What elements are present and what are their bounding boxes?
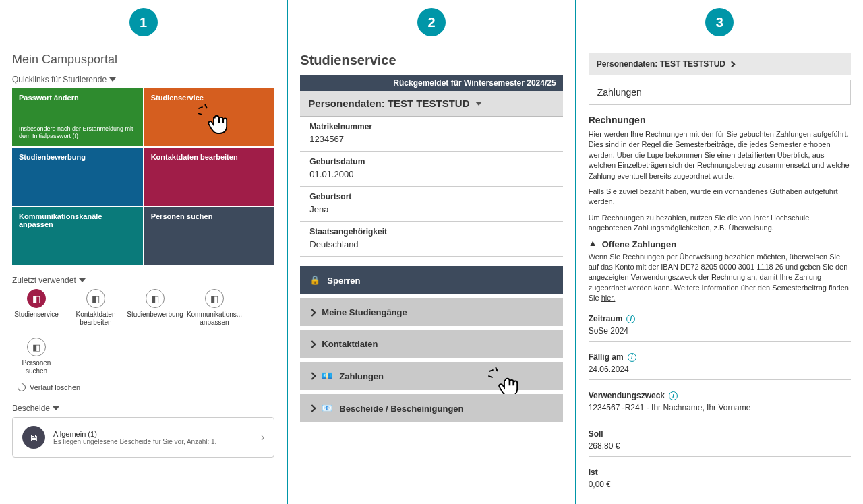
bookmark-icon: ◧ <box>86 289 105 308</box>
recent-label: Zuletzt verwendet <box>12 276 76 285</box>
detail-value: 24.06.2024 <box>589 365 851 374</box>
notice-text: Allgemein (1) Es liegen ungelesene Besch… <box>53 430 253 445</box>
detail-label: Zeitraum <box>589 314 623 323</box>
detail-value: SoSe 2024 <box>589 326 851 336</box>
recent-personen-suchen[interactable]: ◧ Personen suchen <box>12 338 61 375</box>
bookmark-icon: ◧ <box>146 289 165 308</box>
clear-history-link[interactable]: Verlauf löschen <box>18 383 274 391</box>
breadcrumb-label: Personendaten: TEST TESTSTUD <box>597 59 725 69</box>
bookmark-icon: ◧ <box>27 289 46 308</box>
portal-title: Mein Campusportal <box>12 53 274 67</box>
accordion-kontaktdaten[interactable]: Kontaktdaten <box>300 330 562 358</box>
chevron-right-icon <box>309 340 316 348</box>
tile-title: Studienservice <box>151 94 204 102</box>
accordion-label: Sperren <box>327 276 360 286</box>
detail-value: 0,00 € <box>589 480 851 489</box>
detail-value: 1234567 -R241 - Ihr Nachname, Ihr Vornam… <box>589 403 851 412</box>
accordion-label: Meine Studiengänge <box>322 307 407 317</box>
status-bar: Rückgemeldet für Wintersemester 2024/25 <box>300 75 562 91</box>
field-label: Geburtsdatum <box>309 157 553 166</box>
rechnungen-text: Um Rechnungen zu bezahlen, nutzen Sie di… <box>589 213 851 234</box>
notice-card[interactable]: 🗎 Allgemein (1) Es liegen ungelesene Bes… <box>12 417 274 458</box>
bookmark-icon: ◧ <box>27 338 46 356</box>
accordion-label: Bescheide / Bescheinigungen <box>339 404 463 414</box>
info-icon[interactable]: i <box>628 353 636 362</box>
tile-studyservice[interactable]: Studienservice <box>144 88 275 146</box>
info-icon[interactable]: i <box>626 315 635 323</box>
step-badge-2: 2 <box>417 8 446 36</box>
tile-subtext: Insbesondere nach der Erstanmeldung mit … <box>19 125 136 141</box>
open-payments-label: Offene Zahlungen <box>602 239 677 249</box>
chevron-right-icon <box>729 61 736 67</box>
recent-kontaktdaten[interactable]: ◧ Kontaktdaten bearbeiten <box>71 289 120 327</box>
recent-row: ◧ Studienservice ◧ Kontaktdaten bearbeit… <box>12 289 274 375</box>
quicklinks-label: Quicklinks für Studierende <box>12 75 107 84</box>
recent-studienservice[interactable]: ◧ Studienservice <box>12 289 61 327</box>
quicklinks-dropdown[interactable]: Quicklinks für Studierende <box>12 75 274 84</box>
accordion-bescheide[interactable]: 📧 Bescheide / Bescheinigungen <box>300 394 562 422</box>
field-label: Geburtsort <box>309 192 553 201</box>
field-staatsangehoerigkeit: Staatsangehörigkeit Deutschland <box>300 222 562 257</box>
rechnungen-text: Falls Sie zuviel bezahlt haben, würde ei… <box>589 187 851 208</box>
field-value: 01.01.2000 <box>309 169 553 179</box>
rechnungen-text: Hier werden Ihre Rechnungen mit den für … <box>589 129 851 181</box>
document-icon: 🗎 <box>22 426 45 449</box>
accordion-label: Zahlungen <box>339 371 384 381</box>
bescheide-dropdown[interactable]: Bescheide <box>12 404 274 413</box>
field-label: Matrikelnummer <box>309 122 553 131</box>
chevron-right-icon <box>309 309 316 316</box>
field-value: 1234567 <box>309 134 553 144</box>
accordion-zahlungen[interactable]: 💶 Zahlungen <box>300 362 562 390</box>
detail-ist: Ist 0,00 € <box>589 464 851 495</box>
info-icon[interactable]: i <box>669 391 678 400</box>
open-payments-header: Offene Zahlungen <box>589 239 851 249</box>
breadcrumb[interactable]: Personendaten: TEST TESTSTUD <box>589 53 851 75</box>
detail-verwendungszweck: Verwendungszweck i 1234567 -R241 - Ihr N… <box>589 387 851 418</box>
recent-item-label: Studienservice <box>14 311 59 319</box>
bescheide-label: Bescheide <box>12 404 50 413</box>
tile-title: Kontaktdaten bearbeiten <box>151 153 238 161</box>
tile-application[interactable]: Studienbewerbung <box>12 148 143 206</box>
tile-title: Personen suchen <box>151 212 213 220</box>
detail-label: Ist <box>589 468 598 477</box>
tile-contact[interactable]: Kontaktdaten bearbeiten <box>144 148 275 206</box>
money-icon: 💶 <box>322 371 332 381</box>
recent-item-label: Studienbewerbung <box>127 311 183 319</box>
panel-2: 2 Studienservice Rückgemeldet für Winter… <box>288 0 576 504</box>
panel-1: 1 Mein Campusportal Quicklinks für Studi… <box>0 0 288 504</box>
service-title: Studienservice <box>300 53 562 68</box>
detail-label: Verwendungszweck <box>589 391 665 400</box>
recent-kommunikation[interactable]: ◧ Kommunikations... anpassen <box>190 289 239 327</box>
accordion-label: Kontaktdaten <box>322 339 378 349</box>
accordion-studiengaenge[interactable]: Meine Studiengänge <box>300 298 562 326</box>
chevron-down-icon <box>475 102 482 106</box>
field-value: Deutschland <box>309 239 553 249</box>
detail-label: Fällig am <box>589 352 624 362</box>
step-badge-1: 1 <box>129 8 158 36</box>
payments-header: Zahlungen <box>589 80 851 105</box>
tile-title: Studienbewerbung <box>19 153 86 161</box>
detail-value: 268,80 € <box>589 441 851 451</box>
refresh-icon <box>16 382 28 393</box>
hier-link[interactable]: hier. <box>601 294 616 302</box>
field-geburtsdatum: Geburtsdatum 01.01.2000 <box>300 152 562 187</box>
tile-search-people[interactable]: Personen suchen <box>144 207 275 265</box>
accordion-sperren[interactable]: 🔒 Sperren <box>300 266 562 294</box>
tile-password[interactable]: Passwort ändern Insbesondere nach der Er… <box>12 88 143 146</box>
personendaten-header[interactable]: Personendaten: TEST TESTSTUD <box>300 91 562 117</box>
bookmark-icon: ◧ <box>205 289 224 308</box>
personendaten-label: Personendaten: TEST TESTSTUD <box>308 98 469 109</box>
tile-channels[interactable]: Kommunikationskanäle anpassen <box>12 207 143 265</box>
click-hand-icon <box>198 107 232 141</box>
tile-grid: Passwort ändern Insbesondere nach der Er… <box>12 88 274 265</box>
detail-faellig: Fällig am i 24.06.2024 <box>589 348 851 380</box>
detail-label: Soll <box>589 429 603 439</box>
chevron-right-icon <box>309 404 316 412</box>
tile-title: Kommunikationskanäle anpassen <box>19 212 102 228</box>
recent-dropdown[interactable]: Zuletzt verwendet <box>12 276 274 285</box>
notice-title: Allgemein (1) <box>53 430 253 438</box>
recent-item-label: Personen suchen <box>12 359 61 375</box>
recent-studienbewerbung[interactable]: ◧ Studienbewerbung <box>131 289 179 327</box>
field-matrikelnummer: Matrikelnummer 1234567 <box>300 117 562 152</box>
notice-subtitle: Es liegen ungelesene Bescheide für Sie v… <box>53 438 253 445</box>
